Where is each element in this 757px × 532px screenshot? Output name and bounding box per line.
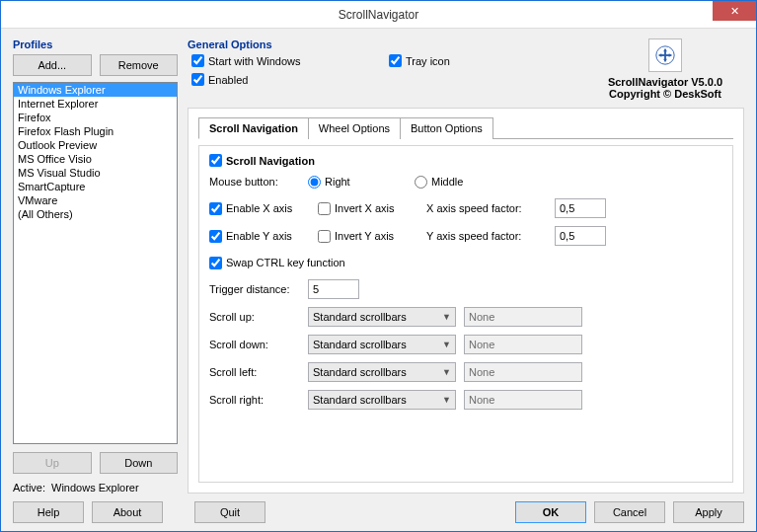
profiles-panel: Profiles Add... Remove Windows ExplorerI… (13, 38, 178, 494)
active-value: Windows Explorer (51, 482, 139, 494)
scroll-down-extra (464, 335, 582, 354)
mouse-button-right-input[interactable] (308, 176, 321, 189)
mouse-button-right-radio[interactable]: Right (308, 176, 407, 189)
options-fieldset: Scroll Navigation Wheel Options Button O… (188, 108, 744, 494)
close-icon: ✕ (730, 5, 739, 18)
bottom-button-row: Help About Quit OK Cancel Apply (13, 501, 744, 523)
list-item[interactable]: Internet Explorer (14, 97, 177, 111)
general-options: General Options Start with Windows Tray … (188, 38, 586, 86)
list-item[interactable]: SmartCapture (14, 180, 177, 193)
tab-scroll-navigation[interactable]: Scroll Navigation (198, 117, 309, 139)
app-window: ScrollNavigator ✕ Profiles Add... Remove… (0, 0, 757, 532)
add-profile-button[interactable]: Add... (13, 54, 92, 76)
move-down-button[interactable]: Down (100, 452, 179, 474)
scroll-left-label: Scroll left: (209, 366, 300, 378)
enabled-checkbox[interactable]: Enabled (191, 73, 389, 86)
svg-rect-2 (660, 54, 671, 56)
apply-button[interactable]: Apply (673, 501, 744, 523)
about-button[interactable]: About (92, 501, 163, 523)
general-row: General Options Start with Windows Tray … (188, 38, 744, 100)
scroll-up-label: Scroll up: (209, 311, 300, 323)
general-title: General Options (188, 38, 586, 50)
list-item[interactable]: MS Office Visio (14, 152, 177, 166)
list-item[interactable]: VMware (14, 193, 177, 207)
remove-profile-button[interactable]: Remove (100, 54, 179, 76)
tray-icon-checkbox[interactable]: Tray icon (389, 54, 586, 67)
invert-y-input[interactable] (318, 230, 331, 243)
mouse-button-middle-input[interactable] (415, 176, 427, 189)
cancel-button[interactable]: Cancel (594, 501, 665, 523)
window-body: Profiles Add... Remove Windows ExplorerI… (1, 29, 756, 531)
list-item[interactable]: Outlook Preview (14, 138, 177, 152)
invert-x-input[interactable] (318, 202, 331, 215)
scroll-up-combo[interactable]: Standard scrollbars ▼ (308, 307, 456, 327)
close-button[interactable]: ✕ (713, 1, 756, 21)
y-speed-input[interactable] (555, 226, 606, 246)
scroll-down-label: Scroll down: (209, 339, 300, 350)
scroll-navigation-title: Scroll Navigation (226, 155, 315, 167)
about-copyright: Copyright © DeskSoft (586, 88, 744, 100)
ok-button[interactable]: OK (515, 501, 586, 523)
scroll-left-extra (464, 362, 582, 382)
help-button[interactable]: Help (13, 501, 84, 523)
about-block: ScrollNavigator V5.0.0 Copyright © DeskS… (586, 38, 744, 100)
y-speed-label: Y axis speed factor: (426, 230, 555, 242)
profiles-listbox[interactable]: Windows ExplorerInternet ExplorerFirefox… (13, 82, 178, 444)
chevron-down-icon: ▼ (442, 312, 451, 322)
move-up-button[interactable]: Up (13, 452, 92, 474)
scroll-down-combo[interactable]: Standard scrollbars ▼ (308, 335, 456, 354)
titlebar: ScrollNavigator ✕ (1, 1, 756, 29)
x-speed-input[interactable] (555, 198, 606, 218)
chevron-down-icon: ▼ (442, 367, 451, 377)
tab-wheel-options[interactable]: Wheel Options (308, 117, 401, 139)
chevron-down-icon: ▼ (442, 340, 451, 349)
enable-x-input[interactable] (209, 202, 222, 215)
list-item[interactable]: Windows Explorer (14, 83, 177, 97)
about-version: ScrollNavigator V5.0.0 (586, 76, 744, 88)
mouse-button-middle-radio[interactable]: Middle (415, 176, 463, 189)
list-item[interactable]: (All Others) (14, 207, 177, 221)
list-item[interactable]: Firefox Flash Plugin (14, 124, 177, 138)
start-with-windows-input[interactable] (191, 54, 204, 67)
active-label: Active: (13, 482, 45, 494)
scroll-left-combo[interactable]: Standard scrollbars ▼ (308, 362, 456, 382)
scroll-right-extra (464, 390, 582, 410)
enabled-input[interactable] (191, 73, 204, 86)
enable-y-input[interactable] (209, 230, 222, 243)
scroll-right-label: Scroll right: (209, 394, 300, 406)
main-row: Profiles Add... Remove Windows ExplorerI… (13, 38, 744, 494)
tray-icon-input[interactable] (389, 54, 402, 67)
start-with-windows-checkbox[interactable]: Start with Windows (191, 54, 389, 67)
swap-ctrl-input[interactable] (209, 257, 222, 269)
profiles-title: Profiles (13, 38, 178, 50)
scroll-right-combo[interactable]: Standard scrollbars ▼ (308, 390, 456, 410)
window-title: ScrollNavigator (1, 8, 756, 22)
invert-x-checkbox[interactable]: Invert X axis (318, 202, 426, 215)
enable-x-checkbox[interactable]: Enable X axis (209, 202, 318, 215)
tab-button-options[interactable]: Button Options (400, 117, 493, 139)
invert-y-checkbox[interactable]: Invert Y axis (318, 230, 426, 243)
mouse-button-label: Mouse button: (209, 176, 300, 188)
swap-ctrl-checkbox[interactable]: Swap CTRL key function (209, 257, 345, 269)
scroll-navigation-panel: Scroll Navigation Mouse button: Right Mi… (198, 145, 733, 483)
trigger-distance-label: Trigger distance: (209, 283, 300, 295)
app-icon (648, 38, 682, 72)
enable-y-checkbox[interactable]: Enable Y axis (209, 230, 318, 243)
trigger-distance-input[interactable] (308, 279, 359, 299)
list-item[interactable]: Firefox (14, 111, 177, 124)
right-column: General Options Start with Windows Tray … (188, 38, 744, 494)
tab-bar: Scroll Navigation Wheel Options Button O… (198, 116, 733, 139)
chevron-down-icon: ▼ (442, 395, 451, 405)
scroll-navigation-enable-checkbox[interactable] (209, 154, 222, 167)
x-speed-label: X axis speed factor: (426, 202, 555, 214)
quit-button[interactable]: Quit (194, 501, 265, 523)
list-item[interactable]: MS Visual Studio (14, 166, 177, 180)
scroll-up-extra (464, 307, 582, 327)
